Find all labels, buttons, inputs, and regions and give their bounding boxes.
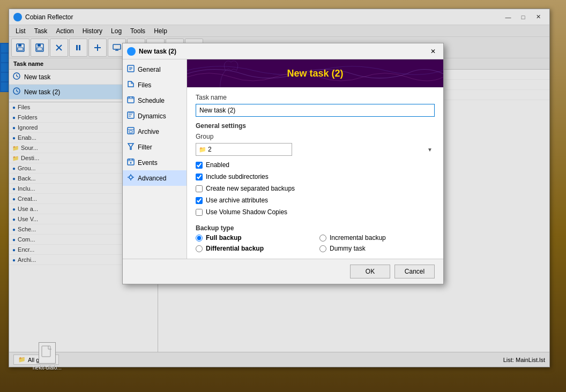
nav-label-archive: Archive xyxy=(138,128,159,135)
checkbox-enabled-label[interactable]: Enabled xyxy=(206,161,229,169)
svg-rect-32 xyxy=(128,97,134,103)
content-area: Task name General settings Group 📁 xyxy=(187,87,443,259)
nav-label-filter: Filter xyxy=(138,144,152,151)
task-name-group: Task name xyxy=(196,94,435,117)
radio-dummy-task[interactable] xyxy=(319,245,326,252)
group-form-group: Group 📁 2 1 3 ▼ xyxy=(196,133,435,156)
nav-item-files[interactable]: Files xyxy=(123,77,187,93)
radio-dummy-label[interactable]: Dummy task xyxy=(330,245,366,252)
nav-label-events: Events xyxy=(138,159,158,167)
group-select[interactable]: 2 1 3 xyxy=(196,143,292,156)
checkbox-volume-label[interactable]: Use Volume Shadow Copies xyxy=(206,208,287,216)
checkbox-use-archive-row: Use archive attributes xyxy=(196,197,435,204)
checkbox-include-label[interactable]: Include subdirectories xyxy=(206,173,269,180)
nav-label-dynamics: Dynamics xyxy=(138,112,166,120)
radio-differential-row: Differential backup xyxy=(196,245,311,252)
advanced-nav-icon xyxy=(127,174,135,183)
task-name-label: Task name xyxy=(196,94,435,101)
nav-label-advanced: Advanced xyxy=(138,175,166,182)
svg-point-48 xyxy=(130,162,132,164)
general-settings-section: General settings Group 📁 2 1 3 xyxy=(196,122,435,217)
checkbox-enabled-row: Enabled xyxy=(196,161,435,169)
nav-item-archive[interactable]: Archive xyxy=(123,124,187,139)
desktop-icon-image xyxy=(39,342,56,364)
archive-nav-icon xyxy=(127,127,135,136)
nav-label-schedule: Schedule xyxy=(138,97,165,104)
modal-icon xyxy=(127,47,136,56)
checkbox-archive-label[interactable]: Use archive attributes xyxy=(206,197,268,204)
nav-label-files: Files xyxy=(138,81,151,89)
nav-item-dynamics[interactable]: Dynamics xyxy=(123,108,187,124)
checkbox-enabled[interactable] xyxy=(196,162,203,169)
radio-differential-backup[interactable] xyxy=(196,245,203,252)
checkboxes-group: Enabled Include subdirectories Create ne… xyxy=(196,160,435,217)
radio-full-backup[interactable] xyxy=(196,235,203,242)
checkbox-create-new-row: Create new separated backups xyxy=(196,185,435,192)
svg-rect-42 xyxy=(129,131,132,133)
ok-button[interactable]: OK xyxy=(350,265,390,278)
modal-footer: OK Cancel xyxy=(123,259,443,284)
desktop-icon-nekit[interactable]: nekit-dialo... xyxy=(30,342,64,371)
schedule-nav-icon xyxy=(127,96,135,105)
svg-point-49 xyxy=(129,176,132,179)
events-nav-icon xyxy=(127,158,135,167)
modal-title-bar: New task (2) ✕ xyxy=(123,43,443,59)
nav-item-events[interactable]: Events xyxy=(123,155,187,170)
backup-type-label: Backup type xyxy=(196,224,435,232)
checkbox-include-sub-row: Include subdirectories xyxy=(196,173,435,180)
modal-body: General Files xyxy=(123,59,443,259)
modal-content-area: New task (2) Task name General settings … xyxy=(187,59,443,259)
nav-item-advanced[interactable]: Advanced xyxy=(123,170,187,186)
general-nav-icon xyxy=(127,65,135,74)
radio-incremental-backup[interactable] xyxy=(319,235,326,242)
backup-type-radio-grid: Full backup Incremental backup Different… xyxy=(196,234,435,252)
nav-label-general: General xyxy=(138,66,161,73)
cancel-button[interactable]: Cancel xyxy=(394,265,435,278)
checkbox-create-new[interactable] xyxy=(196,185,203,192)
checkbox-use-volume-row: Use Volume Shadow Copies xyxy=(196,208,435,216)
radio-incremental-row: Incremental backup xyxy=(319,234,435,242)
desktop-icon-label: nekit-dialo... xyxy=(33,365,62,371)
nav-item-general[interactable]: General xyxy=(123,62,187,77)
nav-item-schedule[interactable]: Schedule xyxy=(123,93,187,108)
modal-overlay: New task (2) ✕ General xyxy=(0,0,566,392)
radio-full-backup-row: Full backup xyxy=(196,234,311,242)
modal-close-button[interactable]: ✕ xyxy=(427,46,439,57)
checkbox-use-archive[interactable] xyxy=(196,197,203,204)
group-select-wrapper: 📁 2 1 3 ▼ xyxy=(196,143,435,156)
radio-incremental-label[interactable]: Incremental backup xyxy=(330,234,386,242)
radio-full-label[interactable]: Full backup xyxy=(206,234,242,242)
banner-title: New task (2) xyxy=(287,68,343,79)
modal-title: New task (2) xyxy=(139,48,427,55)
radio-differential-label[interactable]: Differential backup xyxy=(206,245,264,252)
backup-type-section: Backup type Full backup Incremental back… xyxy=(196,224,435,252)
filter-nav-icon xyxy=(127,142,135,152)
nav-item-filter[interactable]: Filter xyxy=(123,139,187,155)
radio-dummy-row: Dummy task xyxy=(319,245,435,252)
files-nav-icon xyxy=(127,80,135,89)
general-settings-title: General settings xyxy=(196,122,435,130)
svg-marker-43 xyxy=(128,144,133,149)
checkbox-include-subdirectories[interactable] xyxy=(196,174,203,180)
checkbox-create-label[interactable]: Create new separated backups xyxy=(206,185,295,192)
task-banner: New task (2) xyxy=(187,59,443,87)
svg-rect-54 xyxy=(42,346,50,357)
checkbox-use-volume[interactable] xyxy=(196,209,203,216)
modal-nav: General Files xyxy=(123,59,187,259)
modal-dialog: New task (2) ✕ General xyxy=(122,43,444,284)
select-arrow-icon: ▼ xyxy=(427,147,433,153)
dynamics-nav-icon xyxy=(127,111,135,120)
group-label: Group xyxy=(196,133,435,140)
task-name-input[interactable] xyxy=(196,104,435,117)
